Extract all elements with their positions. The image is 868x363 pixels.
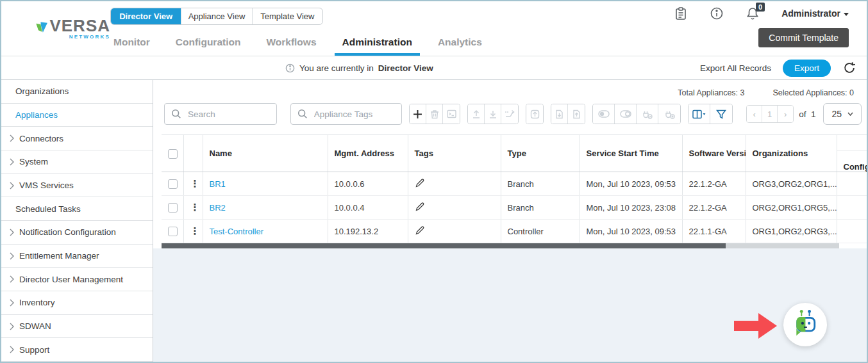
sidebar-item-connectors[interactable]: Connectors [1, 127, 153, 150]
column-header-tags[interactable]: Tags [408, 135, 501, 172]
horizontal-scrollbar[interactable] [162, 243, 839, 248]
export-all-records-link[interactable]: Export All Records [700, 63, 771, 73]
export-file-button[interactable] [568, 104, 585, 124]
column-header-name[interactable]: Name [203, 135, 328, 172]
user-menu[interactable]: Administrator [781, 8, 849, 19]
row-menu-kebab-icon[interactable]: ⋮ [190, 178, 200, 189]
current-page: 1 [762, 106, 778, 122]
chevron-right-icon [9, 323, 14, 330]
page-size-select[interactable]: 25 [823, 103, 862, 125]
filter-button[interactable] [710, 104, 732, 124]
upload-config-button[interactable] [468, 104, 485, 124]
sidebar-item-support[interactable]: Support [1, 338, 153, 362]
appliances-toolbar: ‹ 1 › of 1 25 [153, 97, 867, 125]
tasks-clipboard-icon[interactable] [674, 6, 688, 20]
export-button[interactable]: Export [783, 60, 831, 77]
commit-template-button[interactable]: Commit Template [758, 28, 849, 47]
sidebar-item-notification-configuration[interactable]: Notification Configuration [1, 221, 153, 245]
sidebar-item-director-user-management[interactable]: Director User Management [1, 268, 153, 291]
edit-tags-pencil-icon[interactable] [415, 202, 425, 212]
search-icon [171, 109, 181, 119]
add-appliance-button[interactable] [410, 104, 426, 124]
connect-button[interactable] [637, 104, 658, 124]
edit-tags-pencil-icon[interactable] [415, 225, 425, 236]
refresh-icon[interactable] [842, 61, 856, 75]
appliance-tags-box [290, 103, 402, 125]
chevron-right-icon [9, 134, 14, 142]
next-page-button[interactable]: › [778, 106, 793, 122]
tab-template-view[interactable]: Template View [253, 8, 322, 24]
mgmt-address-cell: 10.0.0.4 [328, 196, 408, 220]
search-box [164, 103, 277, 125]
column-header-config[interactable]: Config [837, 135, 867, 172]
column-header-organizations[interactable]: Organizations [746, 135, 837, 172]
row-checkbox[interactable] [168, 179, 178, 189]
nav-administration[interactable]: Administration [341, 36, 413, 56]
context-banner: You are currently in Director View Expor… [1, 56, 867, 80]
total-appliances-count: Total Appliances: 3 [678, 88, 744, 97]
table-row: ⋮ BR1 10.0.0.6 Branch Mon, Jul 10 2023, … [162, 172, 867, 196]
nav-configuration[interactable]: Configuration [174, 36, 242, 56]
mgmt-address-cell: 10.0.0.6 [328, 172, 408, 196]
nav-workflows[interactable]: Workflows [265, 36, 317, 56]
organizations-cell: ORG1,ORG2,ORG3,... [746, 220, 837, 243]
table-row: ⋮ BR2 10.0.0.4 Branch Mon, Jul 10 2023, … [162, 196, 867, 220]
search-icon [297, 109, 308, 119]
toggle-on-button[interactable] [593, 104, 615, 124]
info-icon[interactable] [710, 6, 724, 20]
chatbot-button[interactable] [783, 303, 827, 346]
sidebar-item-entitlement-manager[interactable]: Entitlement Manager [1, 245, 153, 268]
toggle-off-button[interactable] [615, 104, 637, 124]
edit-tags-pencil-icon[interactable] [415, 178, 425, 188]
sidebar-item-inventory[interactable]: Inventory [1, 291, 153, 315]
organizations-cell: ORG3,ORG2,ORG1,... [746, 172, 837, 196]
tab-director-view[interactable]: Director View [111, 8, 181, 24]
download-config-button[interactable] [485, 104, 501, 124]
column-header-service-start-time[interactable]: Service Start Time [580, 135, 682, 172]
redeploy-button[interactable] [501, 104, 518, 124]
row-checkbox[interactable] [168, 203, 178, 213]
pagination: ‹ 1 › of 1 25 [746, 103, 862, 125]
import-file-button[interactable] [551, 104, 568, 124]
notification-count-badge: 0 [756, 3, 765, 12]
notifications-bell-icon[interactable]: 0 [746, 6, 760, 20]
row-menu-kebab-icon[interactable]: ⋮ [190, 225, 200, 236]
chevron-right-icon [9, 252, 14, 260]
row-checkbox[interactable] [168, 227, 178, 236]
disconnect-button[interactable] [658, 104, 680, 124]
select-all-checkbox[interactable] [168, 149, 178, 159]
nav-monitor[interactable]: Monitor [112, 36, 151, 56]
appliances-table: Name Mgmt. Address Tags Type Service Sta… [162, 134, 867, 243]
column-header-mgmt-address[interactable]: Mgmt. Address [328, 135, 408, 172]
prev-page-button[interactable]: ‹ [747, 106, 762, 122]
table-row: ⋮ Test-Controller 10.192.13.2 Controller… [162, 220, 867, 243]
software-version-cell: 22.1.2-GA [682, 196, 746, 220]
appliance-name-link[interactable]: Test-Controller [210, 227, 264, 236]
chevron-right-icon [9, 229, 14, 236]
sidebar-item-organizations[interactable]: Organizations [1, 80, 153, 104]
search-input[interactable] [187, 109, 270, 120]
sidebar-item-system[interactable]: System [1, 150, 153, 174]
appliance-name-link[interactable]: BR1 [210, 179, 226, 189]
chevron-down-icon [847, 112, 853, 116]
column-header-software-version[interactable]: Software Version [682, 135, 746, 172]
tab-appliance-view[interactable]: Appliance View [181, 8, 252, 24]
chevron-right-icon [9, 346, 14, 353]
appliance-tags-input[interactable] [313, 109, 395, 120]
console-button[interactable] [443, 104, 460, 124]
delete-appliance-button[interactable] [426, 104, 443, 124]
main-content: Total Appliances: 3 Selected Appliances:… [153, 80, 867, 362]
nav-analytics[interactable]: Analytics [437, 36, 483, 56]
sidebar-item-sdwan[interactable]: SDWAN [1, 315, 153, 339]
column-header-type[interactable]: Type [501, 135, 580, 172]
sidebar-item-scheduled-tasks[interactable]: Scheduled Tasks [1, 197, 153, 221]
row-menu-kebab-icon[interactable]: ⋮ [190, 202, 200, 213]
chatbot-icon [788, 307, 822, 342]
sidebar: Organizations Appliances Connectors Syst… [1, 80, 153, 362]
appliance-name-link[interactable]: BR2 [210, 203, 226, 213]
scrollbar-thumb[interactable] [162, 243, 726, 248]
sidebar-item-appliances[interactable]: Appliances [1, 104, 153, 127]
deploy-button[interactable] [526, 104, 543, 124]
sidebar-item-vms-services[interactable]: VMS Services [1, 174, 153, 198]
column-selector-button[interactable] [689, 104, 710, 124]
